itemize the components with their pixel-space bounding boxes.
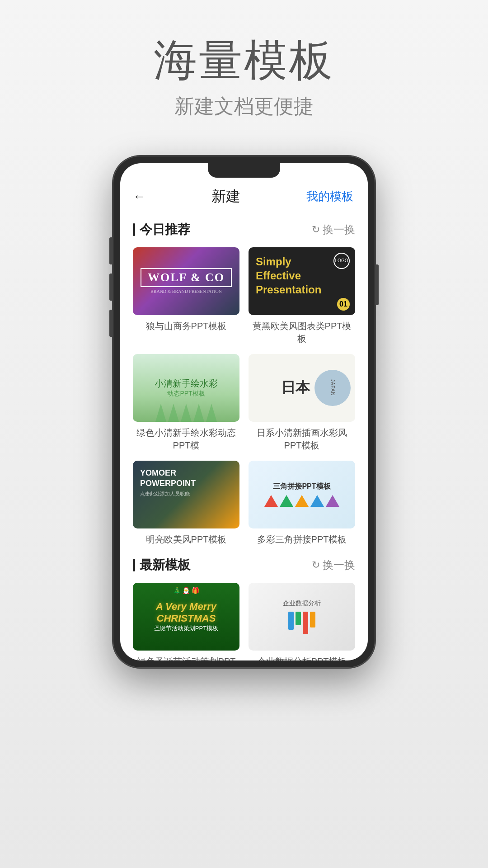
bar-4 <box>310 612 315 627</box>
phone-outer: ← 新建 我的模板 今日推荐 ↻ 换一换 <box>113 156 375 668</box>
water-title: 小清新手绘水彩 <box>155 377 218 390</box>
simply-tag: SimplyEffectivePresentation <box>256 255 321 297</box>
tree-5 <box>206 404 217 422</box>
template-label-christmas: 绿色圣诞节活动策划PPT模板 <box>133 655 239 660</box>
refresh-icon: ↻ <box>312 224 320 236</box>
water-subtitle: 动态PPT模板 <box>155 390 218 398</box>
data-title-text: 企业数据分析 <box>283 599 321 608</box>
phone-screen: ← 新建 我的模板 今日推荐 ↻ 换一换 <box>120 163 368 660</box>
tri-purple <box>326 495 339 507</box>
water-content: 小清新手绘水彩 动态PPT模板 <box>155 377 218 398</box>
section2-refresh-button[interactable]: ↻ 换一换 <box>312 558 355 572</box>
section1-title: 今日推荐 <box>133 221 190 238</box>
template-thumb-triangle: 三角拼接PPT模板 <box>249 461 355 528</box>
christmas-deco: 🎄 🎅 🎁 <box>133 586 239 594</box>
page-subtitle: 新建文档更便捷 <box>0 93 488 120</box>
template-grid-today: WOLF & CO BRAND & BRAND PRESENTATION 狼与山… <box>133 247 355 546</box>
tree-1 <box>155 404 166 422</box>
app-content: ← 新建 我的模板 今日推荐 ↻ 换一换 <box>120 163 368 660</box>
template-label-triangle: 多彩三角拼接PPT模板 <box>249 533 355 546</box>
section2-title: 最新模板 <box>133 557 190 574</box>
japan-circle: JAPAN <box>314 370 351 406</box>
template-item-water[interactable]: 小清新手绘水彩 动态PPT模板 <box>133 354 239 452</box>
water-trees <box>133 395 239 422</box>
template-thumb-christmas: 🎄 🎅 🎁 A Very MerryCHRISTMAS 圣诞节活动策划PPT模板 <box>133 583 239 651</box>
japan-text: 日本 <box>281 378 310 398</box>
bar-2 <box>296 612 301 625</box>
template-thumb-water: 小清新手绘水彩 动态PPT模板 <box>133 354 239 422</box>
triangle-title: 三角拼接PPT模板 <box>273 482 330 491</box>
template-item-triangle[interactable]: 三角拼接PPT模板 多彩三角拼接PPT模板 <box>249 461 355 546</box>
tri-red <box>264 495 278 507</box>
template-thumb-simply: SimplyEffectivePresentation LOGO 01 <box>249 247 355 315</box>
christmas-main: A Very MerryCHRISTMAS <box>156 601 216 624</box>
tri-blue <box>310 495 324 507</box>
phone-notch <box>208 163 280 178</box>
my-templates-button[interactable]: 我的模板 <box>306 189 353 204</box>
bar-3 <box>303 612 308 634</box>
template-thumb-yomoer: YOMOERPOWERPOINT 点击此处添加人员职能 <box>133 461 239 528</box>
back-button[interactable]: ← <box>133 189 145 204</box>
simply-logo: LOGO <box>333 253 350 269</box>
tree-3 <box>181 404 192 422</box>
tree-4 <box>193 404 204 422</box>
japan-circle-text: JAPAN <box>330 379 335 396</box>
template-grid-new: 🎄 🎅 🎁 A Very MerryCHRISTMAS 圣诞节活动策划PPT模板… <box>133 583 355 660</box>
template-thumb-japan: 日本 JAPAN <box>249 354 355 422</box>
template-item-simply[interactable]: SimplyEffectivePresentation LOGO 01 黄黑欧美… <box>249 247 355 345</box>
section-today: 今日推荐 ↻ 换一换 WOLF & CO BRAND & <box>120 221 368 546</box>
template-item-christmas[interactable]: 🎄 🎅 🎁 A Very MerryCHRISTMAS 圣诞节活动策划PPT模板… <box>133 583 239 660</box>
wolf-title: WOLF & CO <box>141 268 232 287</box>
section-new: 最新模板 ↻ 换一换 🎄 🎅 🎁 <box>120 557 368 660</box>
tri-orange <box>295 495 309 507</box>
section1-refresh-button[interactable]: ↻ 换一换 <box>312 222 355 237</box>
template-item-wolf[interactable]: WOLF & CO BRAND & BRAND PRESENTATION 狼与山… <box>133 247 239 345</box>
template-label-water: 绿色小清新手绘水彩动态PPT模 <box>133 426 239 452</box>
tree-2 <box>168 404 179 422</box>
simply-num: 01 <box>337 298 350 311</box>
top-bar-title: 新建 <box>211 187 240 207</box>
template-item-yomoer[interactable]: YOMOERPOWERPOINT 点击此处添加人员职能 明亮欧美风PPT模板 <box>133 461 239 546</box>
data-bars <box>283 612 321 634</box>
page-header: 海量模板 新建文档更便捷 <box>0 0 488 138</box>
christmas-ornaments: 🎄 🎅 🎁 <box>173 587 200 594</box>
template-thumb-wolf: WOLF & CO BRAND & BRAND PRESENTATION <box>133 247 239 315</box>
page-title: 海量模板 <box>0 36 488 84</box>
section2-header: 最新模板 ↻ 换一换 <box>133 557 355 574</box>
template-label-simply: 黄黑欧美风图表类PPT模板 <box>249 320 355 345</box>
template-item-data[interactable]: 企业数据分析 企业数据分析PPT模板 <box>249 583 355 660</box>
template-label-wolf: 狼与山商务PPT模板 <box>133 320 239 332</box>
refresh-icon-2: ↻ <box>312 559 320 571</box>
triangle-shapes <box>264 495 339 507</box>
christmas-sub: 圣诞节活动策划PPT模板 <box>154 624 218 632</box>
template-label-data: 企业数据分析PPT模板 <box>249 655 355 660</box>
template-thumb-data: 企业数据分析 <box>249 583 355 651</box>
data-content: 企业数据分析 <box>277 593 326 640</box>
template-label-yomoer: 明亮欧美风PPT模板 <box>133 533 239 546</box>
section1-header: 今日推荐 ↻ 换一换 <box>133 221 355 238</box>
template-item-japan[interactable]: 日本 JAPAN 日系小清新插画水彩风PPT模板 <box>249 354 355 452</box>
top-bar: ← 新建 我的模板 <box>120 179 368 214</box>
tri-green <box>280 495 293 507</box>
bar-1 <box>288 612 294 630</box>
template-label-japan: 日系小清新插画水彩风PPT模板 <box>249 426 355 452</box>
wolf-sub: BRAND & BRAND PRESENTATION <box>141 289 232 294</box>
yomoer-sub: 点击此处添加人员职能 <box>140 491 190 497</box>
wolf-content: WOLF & CO BRAND & BRAND PRESENTATION <box>141 268 232 294</box>
phone-mockup: ← 新建 我的模板 今日推荐 ↻ 换一换 <box>0 156 488 668</box>
yomoer-title: YOMOERPOWERPOINT <box>140 468 196 489</box>
